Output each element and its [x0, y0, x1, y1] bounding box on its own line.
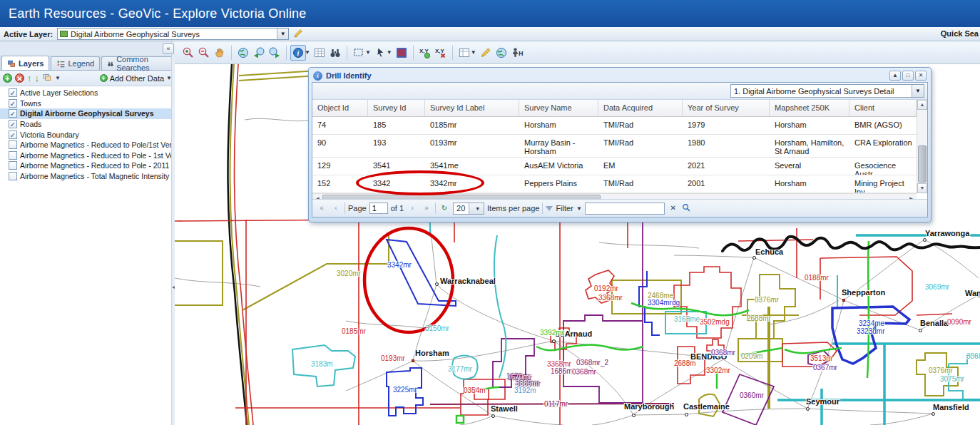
add-layer-icon[interactable]: + [3, 73, 12, 83]
grid-header-row: Object IdSurvey IdSurvey Id LabelSurvey … [312, 100, 917, 117]
collapse-panel-button[interactable]: « [163, 43, 174, 54]
pan-icon[interactable] [212, 45, 228, 61]
layer-checkbox[interactable]: ✓ [9, 88, 17, 97]
drill-identify-window[interactable]: i Drill Identify ▲ □ ✕ 1. Digital Airbor… [308, 67, 931, 222]
layer-item[interactable]: ✓Towns [0, 98, 175, 109]
filter-input[interactable] [585, 203, 665, 215]
vertical-scrollbar[interactable]: ▲ ▼ [917, 100, 927, 193]
layer-checkbox[interactable]: ✓ [9, 120, 17, 128]
layer-order-icon[interactable] [42, 73, 52, 83]
move-layer-down-icon[interactable]: ↓ [35, 73, 40, 83]
scroll-thumb[interactable] [918, 145, 927, 183]
filter-label[interactable]: Filter [556, 204, 573, 212]
search-icon[interactable] [327, 45, 343, 61]
quick-search-label[interactable]: Quick Sea [941, 29, 979, 38]
add-other-data-button[interactable]: + Add Other Data ▼ [100, 74, 172, 83]
layer-item[interactable]: Airborne Magnetics - Reduced to Pole/1st… [0, 140, 175, 150]
chevron-down-icon[interactable]: ▼ [55, 75, 61, 81]
pager-separator [435, 203, 436, 214]
chevron-down-icon[interactable]: ▼ [277, 29, 288, 39]
clear-xy-icon[interactable]: X,Y [433, 45, 449, 61]
column-header[interactable]: Survey Name [519, 100, 598, 116]
layer-item[interactable]: Airborne Magnetics - Reduced to Pole - 2… [0, 160, 175, 171]
tab-legend[interactable]: Legend [51, 56, 100, 70]
close-window-button[interactable]: ✕ [915, 71, 927, 81]
layer-checkbox[interactable]: ✓ [9, 109, 17, 118]
move-layer-up-icon[interactable]: ↑ [27, 73, 32, 83]
chevron-down-icon[interactable]: ▼ [387, 49, 392, 56]
table-row[interactable]: 901930193mrMurray Basin - HorshamTMI/Rad… [312, 135, 917, 158]
column-header[interactable]: Object Id [312, 100, 368, 116]
remove-layer-icon[interactable]: ✕ [15, 73, 24, 83]
attribute-table-icon[interactable] [312, 45, 327, 61]
layer-checkbox[interactable] [9, 140, 17, 149]
layer-checkbox[interactable] [9, 151, 17, 160]
identify-button[interactable]: i [290, 45, 306, 61]
next-extent-icon[interactable] [267, 45, 282, 61]
chevron-down-icon[interactable]: ▼ [576, 205, 582, 212]
maximize-window-button[interactable]: □ [902, 71, 914, 81]
column-header[interactable]: Survey Id [368, 100, 425, 116]
table-cell: CRA Exploration [849, 135, 917, 157]
layer-label: Towns [20, 99, 41, 108]
zoom-in-icon[interactable] [180, 45, 196, 61]
chevron-down-icon[interactable]: ▼ [912, 85, 924, 97]
layer-checkbox[interactable] [9, 172, 17, 180]
scroll-down-icon[interactable]: ▼ [917, 183, 927, 193]
reports-icon[interactable] [456, 45, 472, 61]
tab-layers[interactable]: Layers [1, 56, 49, 70]
active-layer-value: Digital Airborne Geophysical Surveys [71, 30, 277, 39]
previous-page-icon[interactable]: ‹ [330, 203, 342, 214]
layer-item[interactable]: ✓Roads [0, 119, 175, 130]
column-header[interactable]: Data Acquired [598, 100, 683, 116]
layer-checkbox[interactable]: ✓ [9, 99, 17, 108]
clear-selection-icon[interactable] [394, 45, 409, 61]
page-size-select[interactable]: 20 ▼ [453, 203, 484, 215]
layer-checkbox[interactable] [9, 161, 17, 170]
last-page-icon[interactable]: » [421, 203, 432, 214]
tab-label: Common Searches [116, 55, 168, 72]
refresh-icon[interactable]: ↻ [439, 203, 450, 214]
table-row[interactable]: 12935413541meAusAEM VictoriaEM2021Severa… [312, 158, 917, 175]
collapse-window-button[interactable]: ▲ [889, 71, 901, 81]
layer-item[interactable]: Airborne Magnetics - Total Magnetic Inte… [0, 171, 175, 182]
layer-item[interactable]: ✓Victoria Boundary [0, 129, 175, 140]
previous-extent-icon[interactable] [251, 45, 267, 61]
full-extent-icon[interactable] [235, 45, 251, 61]
scroll-up-icon[interactable]: ▲ [917, 100, 927, 110]
chevron-down-icon[interactable]: ▼ [365, 49, 371, 56]
tab-common-searches[interactable]: Common Searches [101, 56, 173, 70]
grid-body: 741850185mrHorshamTMI/Rad1979HorshamBMR … [312, 117, 917, 193]
page-number-input[interactable] [369, 203, 388, 214]
table-cell: 3541me [425, 158, 519, 175]
active-layer-select[interactable]: Digital Airborne Geophysical Surveys ▼ [57, 28, 289, 40]
next-page-icon[interactable]: › [407, 203, 418, 214]
layer-item[interactable]: Airborne Magnetics - Reduced to Pole - 1… [0, 150, 175, 161]
first-page-icon[interactable]: « [316, 203, 327, 214]
layer-item[interactable]: ✓Digital Airborne Geophysical Surveys [0, 108, 175, 119]
map-canvas[interactable]: WarracknabealHorshamSt ArnaudStawellBEND… [175, 64, 980, 425]
layer-label: Airborne Magnetics - Reduced to Pole - 2… [20, 161, 175, 170]
column-header[interactable]: Year of Survey [683, 100, 770, 116]
column-header[interactable]: Client [849, 100, 917, 116]
chevron-down-icon[interactable]: ▼ [471, 49, 476, 56]
table-row[interactable]: 741850185mrHorshamTMI/Rad1979HorshamBMR … [312, 117, 917, 135]
popup-title-bar[interactable]: i Drill Identify ▲ □ ✕ [312, 69, 928, 82]
edit-active-layer-button[interactable] [292, 28, 304, 41]
clear-filter-icon[interactable]: ✕ [668, 203, 679, 214]
street-view-icon[interactable]: H [509, 45, 525, 61]
column-header[interactable]: Mapsheet 250K [770, 100, 849, 116]
layer-item[interactable]: ✓Active Layer Selections [0, 88, 175, 98]
select-rectangle-icon[interactable] [351, 45, 367, 61]
markup-icon[interactable] [478, 45, 494, 61]
chevron-down-icon[interactable]: ▼ [305, 49, 310, 56]
select-pointer-icon[interactable] [372, 45, 388, 61]
apply-filter-icon[interactable] [682, 203, 691, 214]
zoom-to-xy-icon[interactable]: X,Y [417, 45, 433, 61]
table-row[interactable]: 15233423342mrPeppers PlainsTMI/Rad2001Ho… [312, 175, 917, 193]
column-header[interactable]: Survey Id Label [425, 100, 519, 116]
zoom-out-icon[interactable] [196, 45, 212, 61]
google-earth-icon[interactable] [494, 45, 509, 61]
result-layer-dropdown[interactable]: 1. Digital Airborne Geophysical Surveys … [730, 84, 924, 98]
layer-checkbox[interactable]: ✓ [9, 130, 17, 139]
